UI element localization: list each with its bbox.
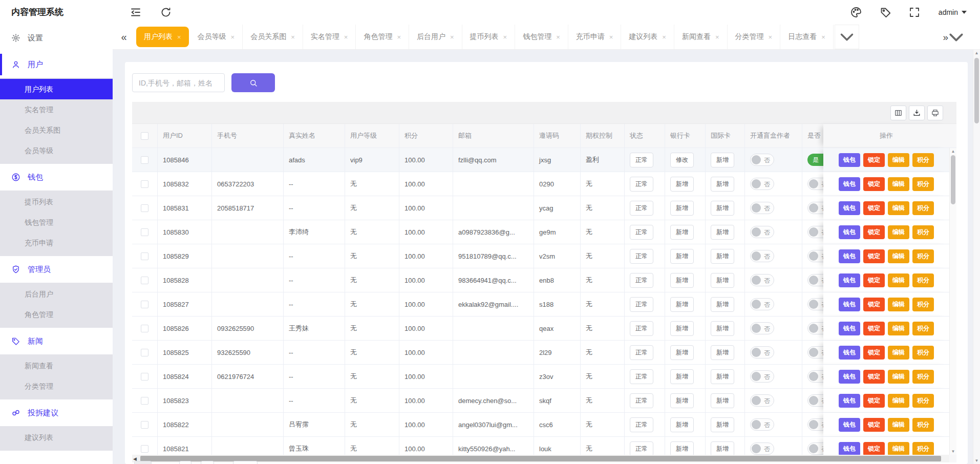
tab[interactable]: 角色管理 × [356, 25, 409, 49]
sidebar-item-设置[interactable]: 设置 [0, 25, 113, 51]
row-checkbox[interactable] [141, 373, 148, 381]
intl-card-button[interactable]: 新增 [711, 273, 734, 288]
op-edit-button[interactable]: 编辑 [888, 249, 909, 263]
op-wallet-button[interactable]: 钱包 [839, 153, 860, 167]
row-checkbox[interactable] [141, 156, 148, 164]
op-points-button[interactable]: 积分 [912, 201, 934, 215]
op-wallet-button[interactable]: 钱包 [839, 346, 860, 360]
sidebar-item-投拆建议[interactable]: 投拆建议 [0, 399, 113, 426]
sidebar-subitem-充币申请[interactable]: 充币申请 [0, 233, 113, 253]
bank-card-button[interactable]: 新增 [670, 369, 694, 384]
status-button[interactable]: 正常 [630, 417, 653, 432]
op-points-button[interactable]: 积分 [912, 394, 934, 408]
status-button[interactable]: 正常 [630, 249, 653, 264]
tab-close-icon[interactable]: × [231, 33, 235, 41]
status-button[interactable]: 正常 [630, 393, 653, 408]
intl-card-button[interactable]: 新增 [711, 369, 734, 384]
op-wallet-button[interactable]: 钱包 [839, 298, 860, 311]
intl-card-button[interactable]: 新增 [711, 225, 734, 240]
bank-card-button[interactable]: 新增 [670, 249, 694, 264]
tab-close-icon[interactable]: × [344, 33, 348, 41]
op-edit-button[interactable]: 编辑 [888, 153, 909, 167]
status-button[interactable]: 正常 [630, 273, 653, 288]
scroll-down-icon[interactable]: ▼ [950, 449, 956, 454]
bank-card-button[interactable]: 新增 [670, 177, 694, 192]
status-button[interactable]: 正常 [630, 441, 653, 456]
sidebar-item-管理员[interactable]: 管理员 [0, 256, 113, 283]
tab-close-icon[interactable]: × [503, 33, 507, 41]
intl-card-button[interactable]: 新增 [711, 177, 734, 192]
tab-close-icon[interactable]: × [662, 33, 666, 41]
op-wallet-button[interactable]: 钱包 [839, 370, 860, 384]
blindbox-toggle[interactable]: 否 [750, 202, 774, 214]
intl-card-button[interactable]: 新增 [711, 153, 734, 167]
blindbox-toggle[interactable]: 否 [750, 394, 774, 407]
op-points-button[interactable]: 积分 [912, 153, 934, 167]
blindbox-toggle[interactable]: 否 [750, 178, 774, 190]
search-button[interactable] [231, 73, 275, 92]
intl-card-button[interactable]: 新增 [711, 321, 734, 336]
tag-icon[interactable] [880, 6, 892, 18]
op-lock-button[interactable]: 锁定 [863, 394, 885, 408]
op-lock-button[interactable]: 锁定 [863, 273, 885, 287]
bank-card-button[interactable]: 新增 [670, 225, 694, 240]
status-button[interactable]: 正常 [630, 369, 653, 384]
row-checkbox[interactable] [141, 397, 148, 405]
bank-card-button[interactable]: 新增 [670, 297, 694, 312]
intl-card-button[interactable]: 新增 [711, 249, 734, 264]
status-button[interactable]: 正常 [630, 177, 653, 192]
op-points-button[interactable]: 积分 [912, 418, 934, 432]
blindbox-toggle[interactable]: 否 [750, 154, 774, 166]
status-button[interactable]: 正常 [630, 297, 653, 312]
row-checkbox[interactable] [141, 204, 148, 212]
op-edit-button[interactable]: 编辑 [888, 322, 909, 335]
bank-card-button[interactable]: 新增 [670, 201, 694, 216]
horizontal-scroll-thumb[interactable] [140, 456, 941, 461]
sidebar-subitem-分类管理[interactable]: 分类管理 [0, 376, 113, 396]
sidebar-subitem-角色管理[interactable]: 角色管理 [0, 304, 113, 325]
blindbox-toggle[interactable]: 否 [750, 322, 774, 334]
op-lock-button[interactable]: 锁定 [863, 225, 885, 239]
op-wallet-button[interactable]: 钱包 [839, 249, 860, 263]
tab-close-icon[interactable]: × [769, 33, 773, 41]
op-wallet-button[interactable]: 钱包 [839, 418, 860, 432]
op-lock-button[interactable]: 锁定 [863, 322, 885, 335]
op-lock-button[interactable]: 锁定 [863, 153, 885, 167]
bank-card-button[interactable]: 新增 [670, 441, 694, 456]
scroll-up-icon[interactable]: ▲ [973, 51, 980, 55]
row-checkbox[interactable] [141, 252, 148, 260]
op-wallet-button[interactable]: 钱包 [839, 201, 860, 215]
op-points-button[interactable]: 积分 [912, 177, 934, 191]
status-button[interactable]: 正常 [630, 153, 653, 167]
op-points-button[interactable]: 积分 [912, 298, 934, 311]
status-button[interactable]: 正常 [630, 321, 653, 336]
op-points-button[interactable]: 积分 [912, 249, 934, 263]
sidebar-item-用户[interactable]: 用户 [0, 51, 113, 78]
op-wallet-button[interactable]: 钱包 [839, 442, 860, 456]
pagination-next-button[interactable] [233, 461, 258, 464]
intl-card-button[interactable]: 新增 [711, 345, 734, 360]
intl-card-button[interactable]: 新增 [711, 417, 734, 432]
tab[interactable]: 后台用户 × [409, 25, 462, 49]
intl-card-button[interactable]: 新增 [711, 297, 734, 312]
op-points-button[interactable]: 积分 [912, 346, 934, 360]
op-wallet-button[interactable]: 钱包 [839, 273, 860, 287]
op-edit-button[interactable]: 编辑 [888, 298, 909, 311]
sidebar-item-钱包[interactable]: 钱包 [0, 164, 113, 191]
row-checkbox[interactable] [141, 180, 148, 188]
tab-close-icon[interactable]: × [450, 33, 454, 41]
blindbox-toggle[interactable]: 否 [750, 346, 774, 358]
print-button[interactable] [927, 106, 943, 120]
tab[interactable]: 充币申请 × [568, 25, 622, 49]
tab-close-icon[interactable]: × [556, 33, 560, 41]
op-edit-button[interactable]: 编辑 [888, 273, 909, 287]
blindbox-toggle[interactable]: 否 [750, 418, 774, 431]
op-points-button[interactable]: 积分 [912, 322, 934, 335]
op-edit-button[interactable]: 编辑 [888, 225, 909, 239]
search-input[interactable] [132, 73, 225, 92]
columns-button[interactable] [890, 106, 906, 120]
op-edit-button[interactable]: 编辑 [888, 201, 909, 215]
sidebar-subitem-后台用户[interactable]: 后台用户 [0, 284, 113, 304]
tab-close-icon[interactable]: × [821, 33, 825, 41]
pagination-page-button[interactable] [179, 461, 191, 464]
